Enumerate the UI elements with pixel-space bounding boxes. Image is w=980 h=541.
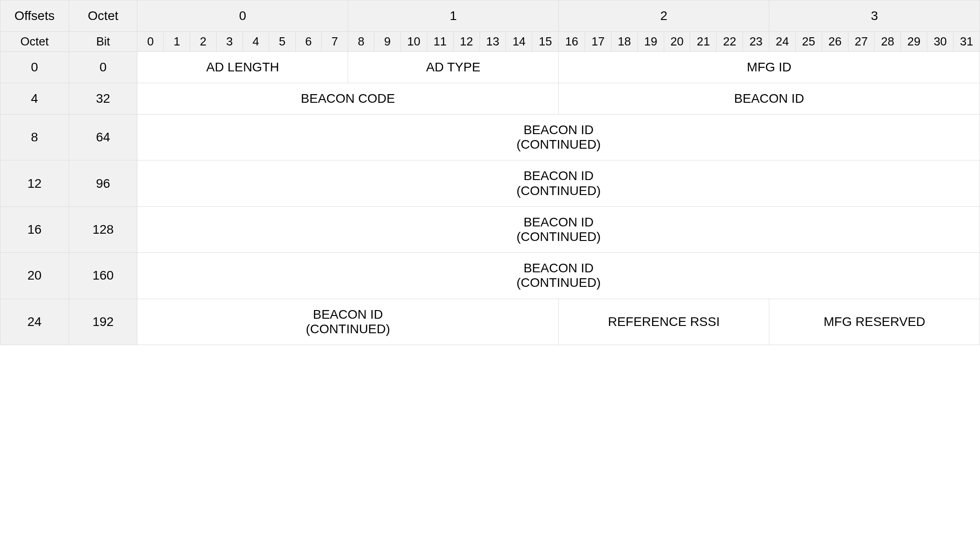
header-row-octet-groups: Offsets Octet 0 1 2 3	[0, 0, 980, 32]
bit-31: 31	[954, 32, 980, 52]
row-bit-offset: 160	[69, 253, 137, 299]
field-cell: BEACON ID(CONTINUED)	[137, 115, 980, 160]
row-bit-offset: 192	[69, 299, 137, 345]
bit-5: 5	[269, 32, 295, 52]
bit-15: 15	[532, 32, 559, 52]
octet-group-1: 1	[348, 0, 559, 32]
bit-0: 0	[137, 32, 164, 52]
row-bit-offset: 0	[69, 52, 137, 83]
header-octet-2: Octet	[0, 32, 69, 52]
bit-10: 10	[401, 32, 427, 52]
bit-25: 25	[795, 32, 822, 52]
field-cell: BEACON ID(CONTINUED)	[137, 206, 980, 252]
field-cell: MFG ID	[559, 52, 980, 83]
bit-27: 27	[848, 32, 874, 52]
bit-23: 23	[743, 32, 769, 52]
row-octet-offset: 4	[0, 83, 69, 115]
bit-19: 19	[637, 32, 664, 52]
bit-21: 21	[690, 32, 717, 52]
row-octet-offset: 8	[0, 115, 69, 160]
bit-9: 9	[374, 32, 401, 52]
row-bit-offset: 64	[69, 115, 137, 160]
bit-11: 11	[427, 32, 453, 52]
bit-8: 8	[348, 32, 374, 52]
bit-4: 4	[242, 32, 269, 52]
field-cell: BEACON ID(CONTINUED)	[137, 299, 559, 345]
row-octet-offset: 0	[0, 52, 69, 83]
data-row: 24192BEACON ID(CONTINUED)REFERENCE RSSIM…	[0, 299, 980, 345]
bit-3: 3	[216, 32, 242, 52]
bit-13: 13	[480, 32, 506, 52]
row-octet-offset: 16	[0, 206, 69, 252]
bit-14: 14	[506, 32, 532, 52]
bit-18: 18	[611, 32, 637, 52]
octet-group-2: 2	[559, 0, 769, 32]
bit-12: 12	[453, 32, 480, 52]
header-row-bits: Octet Bit 0 1 2 3 4 5 6 7 8 9 10 11 12 1…	[0, 32, 980, 52]
bit-26: 26	[822, 32, 848, 52]
bit-7: 7	[322, 32, 348, 52]
field-cell: REFERENCE RSSI	[559, 299, 769, 345]
data-row: 432BEACON CODEBEACON ID	[0, 83, 980, 115]
row-bit-offset: 32	[69, 83, 137, 115]
data-row: 16128BEACON ID(CONTINUED)	[0, 206, 980, 252]
bit-6: 6	[295, 32, 322, 52]
row-octet-offset: 20	[0, 253, 69, 299]
bit-28: 28	[874, 32, 901, 52]
field-cell: AD LENGTH	[137, 52, 348, 83]
data-row: 20160BEACON ID(CONTINUED)	[0, 253, 980, 299]
packet-layout-table: Offsets Octet 0 1 2 3 Octet Bit 0 1 2 3 …	[0, 0, 980, 345]
data-row: 00AD LENGTHAD TYPEMFG ID	[0, 52, 980, 83]
bit-29: 29	[901, 32, 927, 52]
bit-30: 30	[927, 32, 954, 52]
bit-1: 1	[164, 32, 190, 52]
bit-20: 20	[664, 32, 690, 52]
field-cell: BEACON CODE	[137, 83, 559, 115]
data-row: 864BEACON ID(CONTINUED)	[0, 115, 980, 160]
row-bit-offset: 96	[69, 160, 137, 206]
row-octet-offset: 12	[0, 160, 69, 206]
field-cell: BEACON ID(CONTINUED)	[137, 160, 980, 206]
field-cell: BEACON ID	[559, 83, 980, 115]
row-bit-offset: 128	[69, 206, 137, 252]
header-octet: Octet	[69, 0, 137, 32]
bit-22: 22	[717, 32, 743, 52]
octet-group-3: 3	[769, 0, 980, 32]
row-octet-offset: 24	[0, 299, 69, 345]
field-cell: AD TYPE	[348, 52, 559, 83]
octet-group-0: 0	[137, 0, 348, 32]
field-cell: MFG RESERVED	[769, 299, 980, 345]
bit-24: 24	[769, 32, 796, 52]
field-cell: BEACON ID(CONTINUED)	[137, 253, 980, 299]
data-row: 1296BEACON ID(CONTINUED)	[0, 160, 980, 206]
bit-17: 17	[585, 32, 611, 52]
bit-2: 2	[190, 32, 217, 52]
bit-16: 16	[559, 32, 585, 52]
header-offsets: Offsets	[0, 0, 69, 32]
header-bit: Bit	[69, 32, 137, 52]
